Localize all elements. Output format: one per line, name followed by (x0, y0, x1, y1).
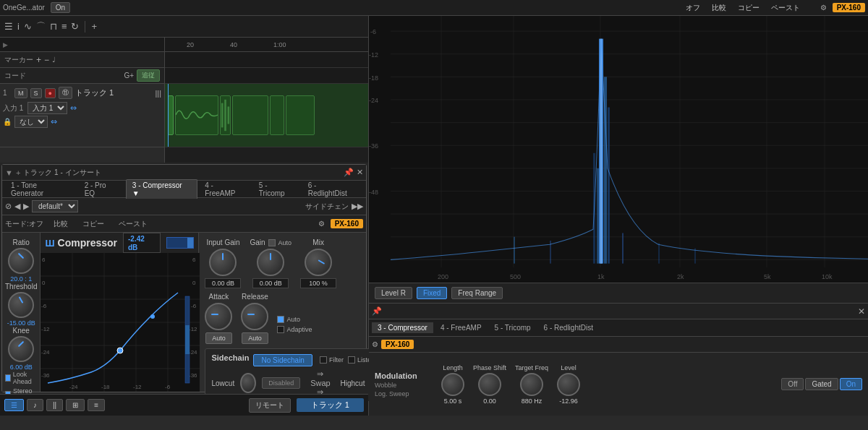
track-input-select[interactable]: 入力 1 (27, 102, 67, 114)
ratio-label: Ratio (13, 238, 30, 246)
track-btn-mon[interactable]: ⑪ (59, 87, 72, 99)
track-output-select[interactable]: なし (14, 116, 48, 128)
svg-rect-71 (658, 243, 660, 263)
toolbar-icon-refresh[interactable]: ↻ (71, 21, 79, 32)
fixed-btn[interactable]: Fixed (417, 287, 447, 299)
phase-shift-knob[interactable] (478, 373, 501, 396)
gain-knob[interactable] (257, 249, 284, 276)
marker-note-icon: ♩ (52, 56, 56, 64)
insert-pin-icon[interactable]: 📌 (344, 168, 354, 177)
paste-btn[interactable]: ペースト (114, 218, 152, 231)
track-btn-s[interactable]: S (30, 88, 42, 98)
mod-tab-3[interactable]: 3 - Compressor (372, 322, 433, 333)
target-freq-knob[interactable] (520, 373, 543, 396)
track-meter-icon: ||| (155, 89, 161, 98)
swap-btn[interactable]: ⇒ Swap ⇒ (306, 369, 334, 397)
bottom-toolbar: ☰ ♪ || ⊞ ≡ リモート トラック 1 (0, 394, 368, 416)
threshold-knob[interactable] (8, 292, 34, 318)
insert-tab-5[interactable]: 5 - Tricomp (253, 180, 301, 199)
track-header: 1 M S ● ⑪ トラック 1 ||| 入力 1 入力 1 ⇔ (0, 84, 164, 147)
lowcut-label: Lowcut (211, 379, 234, 387)
svg-text:-6: -6 (370, 28, 376, 35)
top-bar: OneGe...ator On オフ 比較 コピー ペースト ⚙ PX-160 (0, 0, 868, 16)
mode-button[interactable]: On (51, 2, 70, 13)
level-knob[interactable] (557, 373, 580, 396)
no-sidechain-btn[interactable]: No Sidechain (253, 354, 312, 366)
ratio-knob[interactable] (8, 248, 34, 274)
mode-label: モード:オフ (5, 219, 43, 229)
follow-btn[interactable]: 追従 (137, 69, 160, 82)
mod-tab-5[interactable]: 5 - Tricomp (489, 322, 537, 333)
lowcut-disabled-btn[interactable]: Disabled (262, 377, 300, 389)
bypass-btn[interactable]: ⊘ (5, 202, 12, 211)
toolbar-icon-menu[interactable]: ☰ (4, 21, 13, 32)
gated-btn[interactable]: Gated (805, 378, 838, 390)
toolbar-icon-lines[interactable]: ≡ (61, 21, 67, 32)
off-btn[interactable]: Off (781, 378, 804, 390)
mod-tab-6[interactable]: 6 - RedlightDist (538, 322, 599, 333)
bt-btn-menu[interactable]: ☰ (4, 399, 24, 411)
on-btn[interactable]: On (840, 378, 862, 390)
filter-checkbox[interactable] (320, 356, 327, 364)
freq-range-btn[interactable]: Freq Range (451, 287, 503, 299)
insert-close-icon[interactable]: ✕ (357, 168, 363, 177)
attack-auto-btn[interactable]: Auto (205, 332, 232, 344)
phase-shift-value: 0.00 (483, 397, 496, 405)
insert-tab-3[interactable]: 3 - Compressor ▼ (126, 179, 197, 199)
track-btn-rec[interactable]: ● (45, 88, 56, 98)
insert-tab-1[interactable]: 1 - Tone Generator (5, 180, 77, 199)
svg-rect-1 (224, 100, 226, 131)
marker-remove-btn[interactable]: − (44, 55, 49, 65)
remote-btn[interactable]: リモート (249, 398, 291, 413)
level-r-btn[interactable]: Level R (375, 287, 412, 299)
top-label-paste: ペースト (768, 3, 803, 13)
adaptive-label: Adaptive (286, 326, 312, 333)
bt-btn-send[interactable]: ⊞ (66, 399, 85, 411)
toolbar-icon-wave[interactable]: ∿ (24, 21, 32, 32)
forward-btn[interactable]: ▶ (23, 202, 29, 211)
preset-select[interactable]: default* (32, 200, 78, 212)
compare-btn[interactable]: 比較 (49, 218, 72, 231)
sidechain-header: Sidechain (211, 353, 249, 362)
settings-icon[interactable]: + (16, 168, 20, 177)
attack-knob[interactable] (205, 303, 232, 330)
insert-mode-bar: モード:オフ 比較 コピー ペースト ⚙ PX-160 (2, 215, 366, 233)
bt-btn-strip[interactable]: ≡ (88, 399, 105, 411)
comp-logo: Ш (45, 238, 54, 249)
track-content-marker (165, 52, 368, 68)
bt-btn-eq[interactable]: || (46, 399, 63, 411)
toolbar-icon-add[interactable]: + (91, 21, 97, 32)
toolbar-icon-square[interactable]: ⊓ (50, 21, 57, 32)
release-knob[interactable] (241, 303, 268, 330)
top-label-compare: 比較 (709, 3, 729, 13)
adaptive-checkbox[interactable] (277, 326, 284, 333)
toolbar-icon-info[interactable]: i (17, 21, 20, 32)
mix-label: Mix (312, 238, 324, 246)
mod-close-icon[interactable]: ✕ (858, 306, 865, 317)
back-btn[interactable]: ◀ (14, 202, 20, 211)
toolbar-icon-arc[interactable]: ⌒ (36, 20, 46, 33)
insert-tabs: 1 - Tone Generator 2 - Pro EQ 3 - Compre… (2, 181, 366, 198)
insert-tab-6[interactable]: 6 - RedlightDist (302, 180, 363, 199)
lowcut-knob[interactable] (240, 373, 256, 393)
copy-btn[interactable]: コピー (78, 218, 109, 231)
knee-value: 6.00 dB (10, 364, 33, 371)
mix-knob[interactable] (305, 249, 332, 276)
insert-tab-4[interactable]: 4 - FreeAMP (199, 180, 252, 199)
auto-checkbox[interactable] (277, 316, 284, 323)
lookahead-checkbox[interactable] (5, 374, 11, 382)
input-gain-knob[interactable] (209, 249, 237, 276)
knee-knob[interactable] (8, 336, 34, 362)
right-panel: -6 -12 -18 -24 -36 -48 200 500 1k 2k 5k (369, 16, 868, 416)
track-btn-m[interactable]: M (14, 88, 27, 98)
listen-filter-checkbox[interactable] (348, 356, 355, 364)
marker-add-btn[interactable]: + (36, 55, 41, 65)
length-knob[interactable] (441, 373, 464, 396)
bt-btn-midi[interactable]: ♪ (27, 399, 43, 411)
mod-pin-icon[interactable]: 📌 (372, 306, 382, 316)
mod-tab-4[interactable]: 4 - FreeAMP (435, 322, 488, 333)
lock-icon: 🔒 (3, 118, 12, 126)
expand-icon[interactable]: ▼ (5, 168, 13, 177)
insert-tab-2[interactable]: 2 - Pro EQ (79, 180, 124, 199)
release-auto-btn[interactable]: Auto (242, 332, 268, 344)
